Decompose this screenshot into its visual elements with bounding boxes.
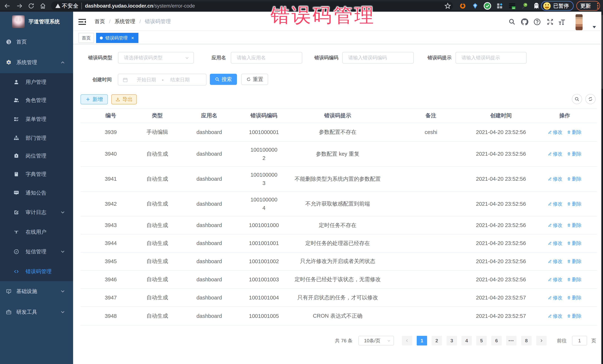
svg-text:on: on	[512, 7, 515, 9]
